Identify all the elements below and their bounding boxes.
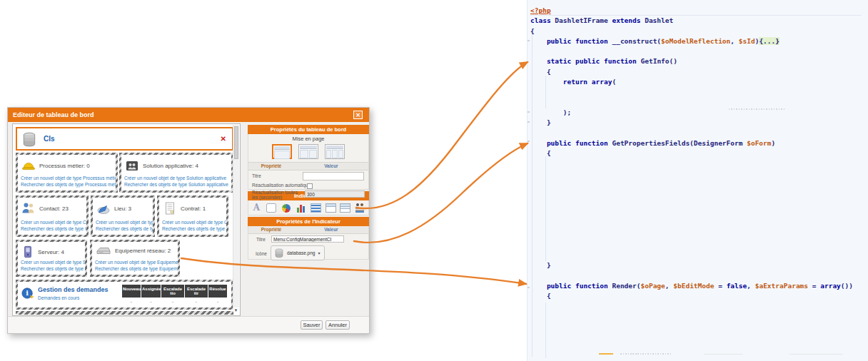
table-header: Résolue: [208, 285, 227, 298]
board-properties-header: Propriétés du tableau de bord: [248, 125, 369, 134]
layout-section-label: Mise en page: [248, 134, 368, 142]
scrollbar-down-icon[interactable]: ▼: [233, 307, 239, 314]
dialog-button-bar: Sauver Annuler: [8, 316, 369, 333]
gestion-demandes-title: Gestion des demandes: [38, 286, 108, 293]
create-object-link[interactable]: Créer un nouvel objet de type Solution a…: [124, 176, 230, 182]
dashlet-tile-contrat[interactable]: Contrat: 1 Créer un nouvel objet de type…: [157, 195, 228, 237]
search-object-link[interactable]: Rechercher des objets de type Contrat: [162, 226, 225, 233]
dashlet-tile-lieu[interactable]: Lieu: 3 Créer un nouvel objet de type Li…: [91, 195, 155, 237]
dashlet-gestion-demandes[interactable]: i Gestion des demandes Demandes en cours…: [16, 280, 233, 310]
column-header-property: Propriété: [248, 163, 294, 170]
icon-dropdown[interactable]: database.png ▾: [271, 245, 325, 260]
table-header: Assignée: [141, 285, 161, 298]
save-button[interactable]: Sauver: [301, 320, 323, 330]
header-window-alt-icon[interactable]: [340, 203, 350, 213]
scrollbar-thumb[interactable]: [234, 126, 238, 159]
table-cell: -: [185, 299, 208, 304]
tile-title: Lieu: 3: [114, 205, 131, 212]
badge-indicator-icon[interactable]: [355, 203, 365, 213]
hardhat-icon: [21, 158, 36, 173]
icon-dropdown-value: database.png: [287, 250, 315, 255]
create-object-link[interactable]: Créer un nouvel objet de type Lieu: [96, 220, 151, 226]
dashlet-tile-solution-applicative[interactable]: Solution applicative: 4 Créer un nouvel …: [119, 153, 233, 193]
database-icon: [274, 248, 284, 258]
indicator-title-input[interactable]: [271, 235, 344, 243]
column-header-value: Valeur: [294, 163, 368, 170]
contacts-icon: [21, 201, 36, 215]
dialog-titlebar[interactable]: Editeur de tableau de bord ✕: [8, 108, 369, 122]
fold-tick: [528, 111, 530, 113]
board-title-label: Titre: [252, 173, 261, 178]
bar-chart-icon[interactable]: [296, 203, 306, 213]
indicator-icon-label: Icône: [256, 251, 267, 256]
dialog-close-button[interactable]: ✕: [353, 111, 363, 119]
info-icon: i: [21, 287, 34, 300]
dashlet-tile-contact[interactable]: Contact: 23 Créer un nouvel objet de typ…: [16, 195, 89, 237]
search-object-link[interactable]: Rechercher des objets de type Equipement…: [95, 266, 176, 273]
create-object-link[interactable]: Créer un nouvel objet de type Equipement…: [95, 260, 176, 266]
board-title-input[interactable]: [303, 172, 364, 180]
table-cell: -: [122, 299, 141, 304]
fold-tick: [528, 121, 530, 123]
table-cell: -: [141, 299, 161, 304]
header-window-icon[interactable]: [326, 203, 336, 213]
dashlet-tile-serveur[interactable]: Serveur: 4 Créer un nouvel objet de type…: [16, 240, 87, 277]
dashboard-canvas: CIs ✕ Processus métier: 0 Créer un nouve…: [12, 123, 241, 316]
list-indicator-icon[interactable]: [311, 203, 321, 213]
indicator-title-label: Titre: [256, 237, 266, 242]
tile-title: Contrat: 1: [181, 205, 206, 212]
tile-title: Equipement réseau: 2: [115, 248, 171, 254]
tile-title: Solution applicative: 4: [143, 163, 198, 169]
properties-column: Propriétés du tableau de bord Mise en pa…: [248, 125, 369, 260]
table-header: Escalade tto: [161, 285, 184, 298]
fold-tick: [528, 40, 530, 41]
dashboard-editor-dialog: Editeur de tableau de bord ✕ CIs ✕: [7, 107, 370, 334]
demandes-status-table: Nouveau Assignée Escalade tto Escalade t…: [122, 285, 227, 304]
layout-option-two-columns[interactable]: [298, 144, 318, 159]
server-icon: [21, 245, 34, 258]
tile-title: Processus métier: 0: [39, 163, 90, 169]
pie-chart-icon[interactable]: [281, 203, 291, 213]
table-cell: -: [161, 299, 184, 304]
search-object-link[interactable]: Rechercher des objets de type Processus …: [21, 182, 114, 188]
autorefresh-checkbox[interactable]: [307, 183, 313, 189]
arrow-to-getinfo: [356, 62, 528, 208]
create-object-link[interactable]: Créer un nouvel objet de type Contact: [21, 220, 85, 226]
database-icon: [21, 131, 37, 147]
table-header: Escalade ttr: [185, 285, 208, 298]
svg-text:i: i: [26, 289, 29, 297]
create-object-link[interactable]: Créer un nouvel objet de type Processus …: [21, 176, 114, 182]
dashlet-tile-processus-metier[interactable]: Processus métier: 0 Créer un nouvel obje…: [16, 153, 118, 193]
dashlet-cis[interactable]: CIs ✕: [16, 127, 233, 151]
create-object-link[interactable]: Créer un nouvel objet de type Serveur: [21, 260, 84, 266]
dashlet-remove-icon[interactable]: ✕: [221, 135, 228, 143]
search-object-link[interactable]: Rechercher des objets de type Serveur: [21, 266, 84, 273]
dialog-title: Editeur de tableau de bord: [13, 111, 94, 118]
search-object-link[interactable]: Rechercher des objets de type Solution a…: [124, 182, 230, 188]
location-icon: [96, 201, 111, 215]
layout-option-one-column[interactable]: [272, 144, 292, 159]
autorefresh-label: Réactualisation automatique: [252, 183, 311, 188]
create-object-link[interactable]: Créer un nouvel objet de type Contrat: [162, 220, 225, 226]
text-indicator-icon[interactable]: A: [251, 203, 262, 213]
fold-tick: [528, 141, 530, 142]
canvas-scrollbar[interactable]: [233, 125, 239, 307]
tile-title: Contact: 23: [39, 205, 69, 212]
arrow-to-getpropertiesfields: [354, 143, 528, 243]
dashlet-tile-equipement-reseau[interactable]: Equipement réseau: 2 Créer un nouvel obj…: [90, 240, 180, 277]
next-dashlet-edge: [16, 311, 233, 315]
frame-indicator-icon[interactable]: [266, 203, 277, 213]
cancel-button[interactable]: Annuler: [326, 320, 350, 330]
layout-option-three-columns[interactable]: [325, 144, 345, 159]
screenshot-root: <?phpclass DashletIFrame extends Dashlet…: [0, 0, 868, 361]
search-object-link[interactable]: Rechercher des objets de type Contact: [21, 226, 85, 233]
search-object-link[interactable]: Rechercher des objets de type Lieu: [96, 226, 151, 233]
php-code: <?phpclass DashletIFrame extends Dashlet…: [530, 6, 853, 361]
column-header-property: Propriété: [248, 226, 294, 233]
refresh-seconds-label: Réactualisation toutes les (secondes): [252, 190, 303, 200]
demandes-en-cours-link[interactable]: Demandes en cours: [38, 295, 108, 300]
refresh-seconds-input[interactable]: [305, 190, 365, 198]
dashlet-cis-title: CIs: [44, 135, 214, 143]
indicator-properties-header: Propriétés de l'Indicateur: [248, 217, 369, 226]
column-header-value: Valeur: [294, 226, 368, 233]
